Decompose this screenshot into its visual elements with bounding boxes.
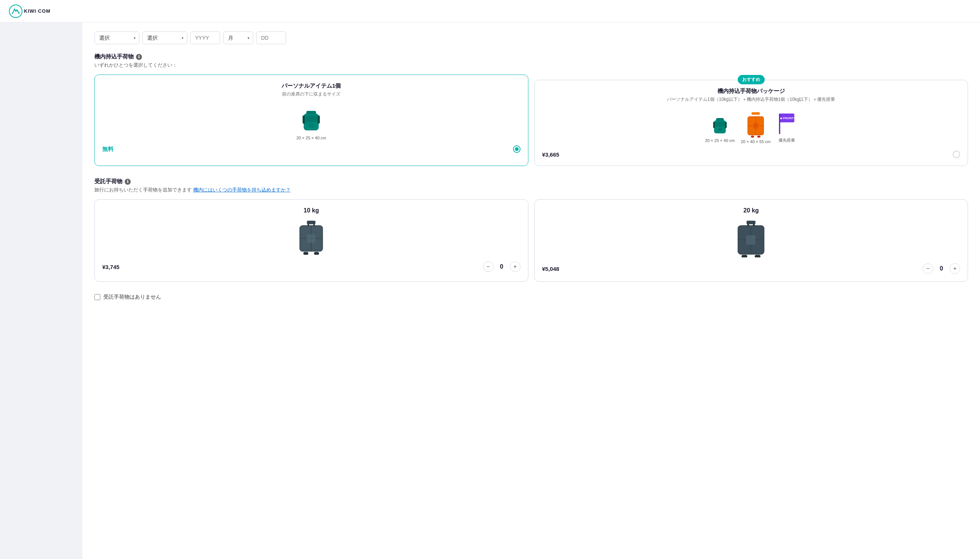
cabin-option2-radio[interactable]	[953, 150, 960, 158]
priority-item: ▶▶ PRIORITY 優先搭乗	[777, 112, 797, 143]
cabin-option2-footer: ¥3,665	[542, 150, 960, 158]
checked-10kg-minus-button[interactable]: −	[483, 261, 493, 272]
checked-section-title: 受託手荷物 ℹ	[94, 178, 968, 185]
logo-text: KIWI·COM	[24, 8, 51, 14]
sidebar	[0, 23, 82, 559]
month-wrapper: 月 ▾	[223, 31, 253, 44]
svg-rect-32	[307, 234, 316, 243]
day-input[interactable]	[256, 31, 286, 44]
checked-info-icon[interactable]: ℹ	[125, 179, 131, 185]
cabin-option2-price: ¥3,665	[542, 151, 559, 158]
checked-20kg-image	[542, 220, 960, 257]
package-bag1-dimensions: 20 × 25 × 40 cm	[705, 138, 735, 143]
svg-rect-12	[716, 121, 724, 127]
logo-icon	[9, 5, 23, 18]
svg-rect-35	[308, 224, 309, 227]
checked-suitcase-10kg-icon	[296, 220, 326, 256]
backpack-icon	[298, 104, 324, 134]
radio-dot	[515, 147, 519, 151]
header: KIWI·COM	[0, 0, 980, 23]
recommended-badge: おすすめ	[738, 75, 765, 84]
svg-rect-34	[314, 252, 319, 255]
checked-20kg-plus-button[interactable]: +	[950, 263, 960, 274]
cabin-option1-price: 無料	[102, 146, 114, 153]
svg-rect-42	[746, 235, 756, 245]
no-checked-label: 受託手荷物はありません	[103, 294, 161, 301]
checked-suitcase-20kg-icon	[735, 220, 767, 257]
checked-cards-row: 10 kg	[94, 199, 968, 282]
cabin-option1-radio[interactable]	[513, 146, 521, 153]
select1-wrapper: 選択 ▾	[94, 31, 139, 44]
cabin-option2-subtitle: パーソナルアイテム1個（10kg以下）＋機内持込手荷物1個（10kg以下）＋優先…	[542, 96, 960, 103]
package-carryon-item: 20 × 40 × 55 cm	[741, 111, 770, 144]
checked-20kg-price: ¥5,048	[542, 266, 559, 272]
checked-20kg-minus-button[interactable]: −	[923, 263, 933, 274]
package-backpack-icon	[709, 112, 730, 137]
logo: KIWI·COM	[9, 5, 51, 18]
checked-baggage-link[interactable]: 機内にはいくつの手荷物を持ち込めますか？	[193, 187, 290, 193]
svg-rect-2	[306, 111, 316, 114]
cabin-option1-card[interactable]: パーソナルアイテム1個 前の座席の下に収まるサイズ	[94, 74, 528, 166]
checked-10kg-controls: − 0 +	[483, 261, 521, 272]
svg-rect-7	[303, 116, 305, 124]
checked-section-subtitle: 旅行にお持ちいただく手荷物を追加できます 機内にはいくつの手荷物を持ち込めますか…	[94, 187, 968, 194]
priority-label: 優先搭乗	[779, 137, 795, 143]
svg-rect-21	[754, 123, 758, 129]
select1[interactable]: 選択	[94, 31, 139, 44]
svg-rect-36	[313, 224, 315, 227]
checked-10kg-quantity: 0	[498, 263, 506, 270]
svg-text:▶▶ PRIORITY: ▶▶ PRIORITY	[779, 117, 796, 119]
svg-rect-44	[755, 255, 761, 257]
cabin-info-icon[interactable]: ℹ	[136, 54, 142, 60]
cabin-option2-card[interactable]: おすすめ 機内持込手荷物パッケージ パーソナルアイテム1個（10kg以下）＋機内…	[535, 80, 968, 166]
cabin-option1-image: 20 × 25 × 40 cm	[102, 103, 521, 141]
main-content: 選択 ▾ 選択 ▾ 月 ▾ 機内持込手荷物 ℹ い	[82, 23, 980, 559]
cabin-option2-image: 20 × 25 × 40 cm	[542, 109, 960, 146]
svg-rect-43	[742, 255, 747, 257]
checked-20kg-controls: − 0 +	[923, 263, 960, 274]
svg-rect-8	[318, 116, 320, 124]
cabin-option2-title: 機内持込手荷物パッケージ	[542, 88, 960, 95]
svg-rect-16	[752, 112, 760, 115]
svg-rect-22	[751, 136, 754, 137]
svg-rect-14	[713, 121, 715, 128]
form-row: 選択 ▾ 選択 ▾ 月 ▾	[94, 31, 968, 44]
checked-10kg-card[interactable]: 10 kg	[94, 199, 528, 282]
svg-rect-46	[753, 224, 755, 227]
checked-20kg-card[interactable]: 20 kg	[535, 199, 968, 282]
checked-20kg-title: 20 kg	[542, 207, 960, 214]
checked-20kg-quantity: 0	[938, 265, 945, 272]
svg-rect-13	[718, 128, 722, 131]
svg-rect-23	[757, 136, 760, 137]
svg-rect-11	[716, 118, 723, 120]
svg-rect-15	[725, 121, 727, 128]
package-backpack-item: 20 × 25 × 40 cm	[705, 112, 735, 143]
cabin-option1-dimensions: 20 × 25 × 40 cm	[297, 136, 327, 140]
cabin-option1-subtitle: 前の座席の下に収まるサイズ	[102, 91, 521, 98]
checked-10kg-footer: ¥3,745 − 0 +	[102, 261, 521, 272]
priority-flag-icon: ▶▶ PRIORITY	[777, 112, 797, 136]
cabin-option1-footer: 無料	[102, 146, 521, 153]
select2[interactable]: 選択	[142, 31, 187, 44]
checked-10kg-price: ¥3,745	[102, 264, 119, 270]
svg-rect-26	[779, 114, 780, 134]
cabin-option1-title: パーソナルアイテム1個	[102, 83, 521, 89]
cabin-section-title: 機内持込手荷物 ℹ	[94, 53, 968, 60]
checked-20kg-footer: ¥5,048 − 0 +	[542, 263, 960, 274]
select2-wrapper: 選択 ▾	[142, 31, 187, 44]
month-select[interactable]: 月	[223, 31, 253, 44]
no-checked-checkbox[interactable]	[94, 294, 101, 300]
cabin-section-subtitle: いずれかひとつを選択してください：	[94, 62, 968, 69]
svg-rect-33	[304, 252, 308, 255]
checked-10kg-title: 10 kg	[102, 207, 521, 214]
svg-rect-45	[747, 224, 749, 227]
cabin-cards-row: パーソナルアイテム1個 前の座席の下に収まるサイズ	[94, 74, 968, 166]
no-checked-row: 受託手荷物はありません	[94, 294, 968, 301]
carryon-suitcase-icon	[744, 111, 767, 138]
checked-10kg-image	[102, 220, 521, 256]
backpack-item: 20 × 25 × 40 cm	[297, 104, 327, 140]
checked-section: 受託手荷物 ℹ 旅行にお持ちいただく手荷物を追加できます 機内にはいくつの手荷物…	[94, 178, 968, 301]
checked-10kg-plus-button[interactable]: +	[510, 261, 521, 272]
year-input[interactable]	[190, 31, 220, 44]
package-bag2-dimensions: 20 × 40 × 55 cm	[741, 139, 770, 144]
